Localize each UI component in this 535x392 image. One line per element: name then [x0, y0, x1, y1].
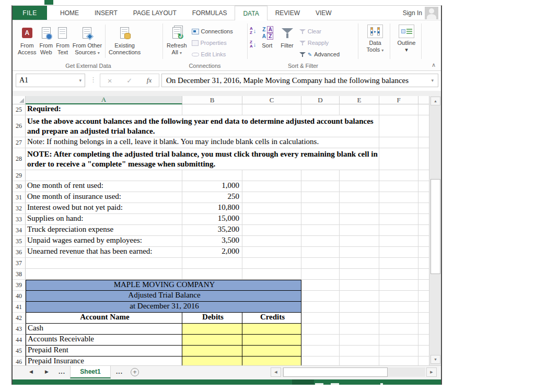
cell[interactable] — [340, 203, 379, 214]
tab-page-layout[interactable]: PAGE LAYOUT — [125, 6, 184, 20]
cell[interactable] — [301, 280, 340, 291]
cell[interactable] — [340, 170, 379, 181]
cancel-icon[interactable]: × — [108, 76, 112, 85]
debit-input-cell[interactable] — [182, 335, 242, 346]
cell[interactable] — [379, 324, 418, 335]
row-header[interactable]: 32 — [13, 203, 26, 214]
cell[interactable] — [340, 335, 379, 346]
existing-connections-button[interactable]: Existing Connections — [107, 22, 142, 56]
cell[interactable] — [379, 192, 418, 203]
cell[interactable] — [340, 302, 379, 313]
row-header[interactable]: 46 — [13, 357, 26, 365]
from-access-button[interactable]: A From Access — [16, 22, 38, 56]
cell-b36[interactable]: 2,000 — [182, 247, 242, 258]
column-header-a[interactable]: A — [26, 96, 182, 104]
cell[interactable] — [418, 170, 429, 181]
cell[interactable] — [418, 302, 429, 313]
cell-a28[interactable]: NOTE: After completing the adjusted tria… — [26, 148, 379, 170]
cell[interactable] — [301, 324, 340, 335]
cell[interactable] — [242, 181, 301, 192]
cell[interactable] — [301, 192, 340, 203]
row-header[interactable]: 28 — [13, 148, 26, 170]
cell[interactable] — [418, 324, 429, 335]
cell-b34[interactable]: 35,200 — [182, 225, 242, 236]
row-header[interactable]: 34 — [13, 225, 26, 236]
cell[interactable] — [340, 269, 379, 280]
credit-input-cell[interactable] — [242, 335, 301, 346]
cell[interactable] — [301, 302, 340, 313]
cell[interactable] — [418, 203, 429, 214]
vertical-scrollbar-thumb[interactable] — [431, 179, 440, 274]
cell-a34[interactable]: Truck depreciation expense — [26, 225, 182, 236]
cell[interactable] — [379, 214, 418, 225]
cell[interactable] — [182, 258, 242, 269]
cell[interactable] — [418, 258, 429, 269]
debit-input-cell[interactable] — [182, 357, 242, 365]
column-header-f[interactable]: F — [379, 96, 418, 104]
cell[interactable] — [379, 313, 418, 324]
cell-b30[interactable]: 1,000 — [182, 181, 242, 192]
cell[interactable] — [340, 324, 379, 335]
row-header[interactable]: 33 — [13, 214, 26, 225]
cell[interactable] — [301, 291, 340, 302]
cell[interactable] — [379, 357, 418, 365]
cell-a32[interactable]: Interest owed but not yet paid: — [26, 203, 182, 214]
formula-bar-expand-icon[interactable]: ▾ — [431, 78, 434, 83]
sign-in-button[interactable]: Sign In — [403, 9, 422, 17]
cell[interactable] — [379, 104, 418, 115]
cell[interactable] — [340, 181, 379, 192]
cell[interactable] — [301, 247, 340, 258]
scroll-left-button[interactable]: ◀ — [271, 367, 281, 377]
sort-ascending-button[interactable]: AZ ↓ — [250, 27, 256, 35]
cell[interactable] — [340, 357, 379, 365]
reapply-filter-button[interactable]: Reapply — [299, 37, 340, 49]
cell[interactable] — [418, 181, 429, 192]
cell[interactable] — [301, 357, 340, 365]
cell[interactable] — [418, 192, 429, 203]
row-header[interactable]: 35 — [13, 236, 26, 247]
cell[interactable] — [418, 357, 429, 365]
row-header[interactable]: 26 — [13, 115, 26, 137]
cell[interactable] — [418, 313, 429, 324]
add-sheet-button[interactable]: + — [131, 368, 139, 376]
sheet-nav-ellipsis-right[interactable]: ... — [116, 368, 123, 375]
connections-button[interactable]: Connections — [192, 26, 233, 37]
cell-a25[interactable]: Required: — [26, 104, 182, 115]
tab-home[interactable]: HOME — [52, 6, 87, 20]
cell[interactable] — [301, 346, 340, 357]
cell[interactable] — [242, 225, 301, 236]
cell[interactable] — [301, 225, 340, 236]
cell[interactable] — [242, 214, 301, 225]
column-header-partial[interactable] — [418, 96, 429, 104]
tab-insert[interactable]: INSERT — [87, 6, 125, 20]
prev-sheet-button[interactable]: ◀ — [29, 369, 33, 374]
tab-review[interactable]: REVIEW — [268, 6, 308, 20]
row-header[interactable]: 29 — [13, 170, 26, 181]
cell[interactable] — [418, 280, 429, 291]
vertical-scrollbar[interactable]: ▲ ▼ — [429, 96, 441, 365]
scroll-up-button[interactable]: ▲ — [431, 97, 440, 105]
sheet-nav-ellipsis-left[interactable]: ... — [59, 368, 65, 375]
cell[interactable] — [26, 258, 182, 269]
row-header[interactable]: 45 — [13, 346, 26, 357]
cell[interactable] — [418, 115, 429, 137]
name-box-dropdown-icon[interactable]: ▾ — [79, 78, 82, 83]
cell[interactable] — [379, 346, 418, 357]
cell-a31[interactable]: One month of insurance used: — [26, 192, 182, 203]
cell[interactable] — [418, 148, 429, 170]
table-header-credits[interactable]: Credits — [242, 313, 301, 324]
cell[interactable] — [418, 236, 429, 247]
cell[interactable] — [301, 236, 340, 247]
cell[interactable] — [242, 170, 301, 181]
cell-a35[interactable]: Unpaid wages earned by employees: — [26, 236, 182, 247]
cell[interactable] — [242, 236, 301, 247]
row-header[interactable]: 41 — [13, 302, 26, 313]
cell-a36[interactable]: Unearned revenue that has been earned: — [26, 247, 182, 258]
tab-data[interactable]: DATA — [235, 6, 267, 20]
data-tools-button[interactable]: ▸ Data Tools ▾ — [362, 22, 389, 54]
cell[interactable] — [418, 137, 429, 148]
credit-input-cell[interactable] — [242, 324, 301, 335]
cell[interactable] — [182, 104, 242, 115]
column-header-b[interactable]: B — [182, 96, 242, 104]
insert-function-icon[interactable]: fx — [147, 76, 152, 85]
